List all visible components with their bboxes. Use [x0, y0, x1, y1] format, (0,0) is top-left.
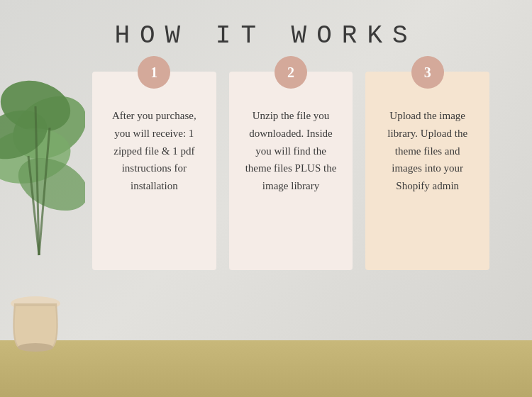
- step-card-2: 2 Unzip the file you downloaded. Inside …: [229, 72, 353, 270]
- step-card-1: 1 After you purchase, you will receive: …: [92, 72, 216, 270]
- page-content: HOW IT WORKS 1 After you purchase, you w…: [0, 0, 532, 397]
- page-title: HOW IT WORKS: [114, 21, 417, 50]
- step-card-3: 3 Upload the image library. Upload the t…: [365, 72, 489, 270]
- steps-container: 1 After you purchase, you will receive: …: [0, 72, 532, 270]
- step-text-1: After you purchase, you will receive: 1 …: [106, 107, 202, 195]
- step-text-3: Upload the image library. Upload the the…: [379, 107, 475, 195]
- step-text-2: Unzip the file you downloaded. Inside yo…: [243, 107, 339, 195]
- step-number-1: 1: [138, 56, 170, 89]
- step-number-3: 3: [411, 56, 444, 89]
- step-number-2: 2: [275, 56, 307, 89]
